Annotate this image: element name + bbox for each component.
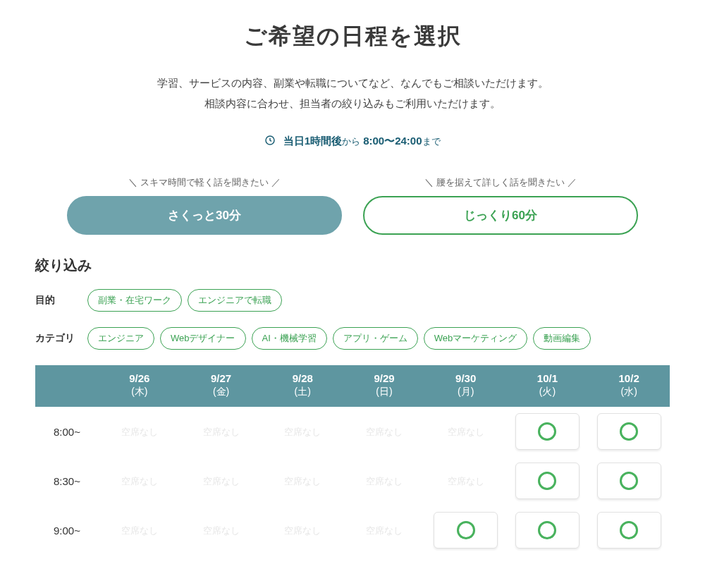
slot-full: 空席なし bbox=[284, 525, 321, 536]
available-circle-icon bbox=[620, 422, 638, 441]
time-label: 8:30~ bbox=[35, 475, 99, 487]
slot-full: 空席なし bbox=[284, 427, 321, 437]
schedule-row: 9:00~空席なし空席なし空席なし空席なし bbox=[35, 506, 670, 555]
available-circle-icon bbox=[457, 521, 475, 539]
slot-full: 空席なし bbox=[203, 476, 240, 486]
slot-open-button[interactable] bbox=[515, 512, 580, 549]
time-label: 9:00~ bbox=[35, 525, 99, 537]
slot-open-button[interactable] bbox=[597, 413, 661, 450]
schedule-header-day: 9/30(月) bbox=[425, 365, 507, 407]
category-chip[interactable]: AI・機械学習 bbox=[252, 327, 327, 350]
description-line-1: 学習、サービスの内容、副業や転職についてなど、なんでもご相談いただけます。 bbox=[35, 73, 670, 94]
available-circle-icon bbox=[620, 521, 638, 539]
purpose-chip[interactable]: 副業・在宅ワーク bbox=[87, 289, 182, 312]
schedule-row: 8:00~空席なし空席なし空席なし空席なし空席なし bbox=[35, 407, 670, 456]
schedule-header-day: 10/2(水) bbox=[588, 365, 670, 407]
duration-60-tagline: ＼ 腰を据えて詳しく話を聞きたい ／ bbox=[363, 176, 638, 189]
hours-range: 8:00〜24:00 bbox=[363, 135, 422, 147]
slot-full: 空席なし bbox=[366, 476, 403, 486]
schedule-header-day: 10/1(火) bbox=[507, 365, 589, 407]
schedule-header-day: 9/26(木) bbox=[99, 365, 180, 407]
slot-full: 空席なし bbox=[121, 476, 158, 486]
filter-heading: 絞り込み bbox=[35, 256, 670, 275]
schedule-row: 8:30~空席なし空席なし空席なし空席なし空席なし bbox=[35, 456, 670, 506]
slot-open-button[interactable] bbox=[434, 512, 498, 549]
category-chip[interactable]: 動画編集 bbox=[533, 327, 591, 350]
slot-full: 空席なし bbox=[284, 476, 321, 486]
clock-icon bbox=[264, 135, 276, 146]
category-chip[interactable]: Webマーケティング bbox=[424, 327, 528, 350]
slot-open-button[interactable] bbox=[597, 512, 661, 549]
slot-full: 空席なし bbox=[121, 427, 158, 437]
description: 学習、サービスの内容、副業や転職についてなど、なんでもご相談いただけます。 相談… bbox=[35, 73, 670, 114]
available-circle-icon bbox=[538, 422, 556, 441]
purpose-chip[interactable]: エンジニアで転職 bbox=[188, 289, 282, 312]
slot-open-button[interactable] bbox=[597, 463, 661, 499]
hours-suffix: まで bbox=[422, 136, 441, 147]
filter-category-label: カテゴリ bbox=[35, 332, 79, 345]
slot-full: 空席なし bbox=[121, 525, 158, 536]
schedule-header-day: 9/29(日) bbox=[343, 365, 425, 407]
duration-30-tagline: ＼ スキマ時間で軽く話を聞きたい ／ bbox=[67, 176, 342, 189]
time-label: 8:00~ bbox=[35, 426, 99, 438]
slot-full: 空席なし bbox=[366, 525, 403, 536]
slot-full: 空席なし bbox=[366, 427, 403, 437]
purpose-chips: 副業・在宅ワークエンジニアで転職 bbox=[87, 289, 282, 312]
slot-full: 空席なし bbox=[203, 525, 240, 536]
hours-prefix: 当日1時間後 bbox=[283, 135, 342, 147]
slot-full: 空席なし bbox=[448, 476, 484, 486]
schedule-header-time-blank bbox=[35, 365, 99, 407]
slot-open-button[interactable] bbox=[515, 413, 580, 450]
slot-full: 空席なし bbox=[448, 427, 484, 437]
category-chip[interactable]: エンジニア bbox=[87, 327, 154, 350]
category-chips: エンジニアWebデザイナーAI・機械学習アプリ・ゲームWebマーケティング動画編… bbox=[87, 327, 591, 350]
schedule-header-day: 9/28(土) bbox=[262, 365, 343, 407]
duration-60-button[interactable]: じっくり60分 bbox=[363, 196, 638, 235]
description-line-2: 相談内容に合わせ、担当者の絞り込みもご利用いただけます。 bbox=[35, 94, 670, 114]
category-chip[interactable]: Webデザイナー bbox=[160, 327, 246, 350]
duration-30-button[interactable]: さくっと30分 bbox=[67, 196, 342, 235]
available-hours: 当日1時間後から 8:00〜24:00まで bbox=[35, 135, 670, 148]
filter-purpose-label: 目的 bbox=[35, 294, 79, 307]
available-circle-icon bbox=[538, 472, 556, 490]
available-circle-icon bbox=[620, 472, 638, 490]
category-chip[interactable]: アプリ・ゲーム bbox=[333, 327, 418, 350]
available-circle-icon bbox=[538, 521, 556, 539]
page-title: ご希望の日程を選択 bbox=[35, 21, 670, 52]
slot-full: 空席なし bbox=[203, 427, 240, 437]
slot-open-button[interactable] bbox=[515, 463, 580, 499]
schedule-header-day: 9/27(金) bbox=[180, 365, 262, 407]
hours-mid: から bbox=[342, 136, 360, 147]
